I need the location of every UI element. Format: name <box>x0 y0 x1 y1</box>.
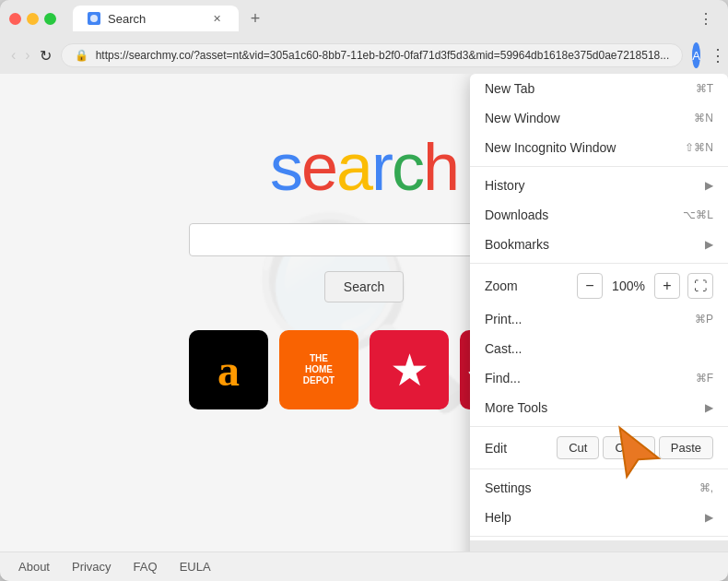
url-bar[interactable]: 🔒 https://searchmy.co/?asset=nt&vid=305a… <box>61 43 684 67</box>
profile-button[interactable]: A <box>692 42 700 68</box>
back-button[interactable]: ‹ <box>11 42 16 68</box>
managed-label: Managed by your organisation <box>512 551 713 552</box>
page-content: 🔍 search Search a THEHOMEDEPOT ★ <box>0 74 728 551</box>
browser-window: Search ✕ + ⋮ ‹ › ↻ 🔒 https://searchmy.co… <box>0 0 728 581</box>
address-bar: ‹ › ↻ 🔒 https://searchmy.co/?asset=nt&vi… <box>0 37 728 74</box>
tab-favicon <box>88 12 100 25</box>
browser-menu-button[interactable]: ⋮ <box>693 6 719 31</box>
traffic-lights <box>9 13 56 25</box>
menu-new-incognito[interactable]: New Incognito Window ⇧⌘N <box>470 133 728 162</box>
new-tab-button[interactable]: + <box>242 6 268 31</box>
zoom-controls: − 100% + ⛶ <box>577 273 713 299</box>
tab-close-button[interactable]: ✕ <box>209 11 224 26</box>
footer-eula[interactable]: EULA <box>180 560 211 574</box>
menu-history[interactable]: History ▶ <box>470 171 728 200</box>
menu-divider-2 <box>470 263 728 264</box>
url-text: https://searchmy.co/?asset=nt&vid=305a1c… <box>96 49 670 62</box>
menu-divider-1 <box>470 166 728 167</box>
title-bar: Search ✕ + ⋮ <box>0 0 728 37</box>
cut-button[interactable]: Cut <box>557 436 599 459</box>
footer-faq[interactable]: FAQ <box>134 560 158 574</box>
close-button[interactable] <box>9 13 21 25</box>
zoom-label: Zoom <box>485 279 577 293</box>
reload-button[interactable]: ↻ <box>40 42 52 68</box>
tab-bar: Search ✕ + <box>73 6 686 31</box>
maximize-button[interactable] <box>44 13 56 25</box>
zoom-expand-button[interactable]: ⛶ <box>687 273 713 299</box>
arrow-pointer <box>599 419 673 496</box>
lock-icon: 🔒 <box>75 49 88 62</box>
edit-label: Edit <box>485 441 557 456</box>
menu-print[interactable]: Print... ⌘P <box>470 304 728 334</box>
footer: About Privacy FAQ EULA <box>0 551 728 581</box>
tab-title: Search <box>108 12 146 26</box>
menu-bookmarks[interactable]: Bookmarks ▶ <box>470 230 728 259</box>
svg-marker-1 <box>604 419 659 477</box>
zoom-out-button[interactable]: − <box>577 273 603 299</box>
chrome-menu-button[interactable]: ⋮ <box>710 42 726 68</box>
minimize-button[interactable] <box>27 13 39 25</box>
menu-cast[interactable]: Cast... <box>470 334 728 363</box>
active-tab[interactable]: Search ✕ <box>73 6 239 31</box>
zoom-in-button[interactable]: + <box>654 273 680 299</box>
menu-managed[interactable]: 🏢 Managed by your organisation <box>470 540 728 551</box>
menu-zoom-row: Zoom − 100% + ⛶ <box>470 267 728 304</box>
svg-point-0 <box>90 15 98 22</box>
menu-new-window[interactable]: New Window ⌘N <box>470 103 728 133</box>
menu-help[interactable]: Help ▶ <box>470 503 728 532</box>
menu-find[interactable]: Find... ⌘F <box>470 363 728 393</box>
forward-button[interactable]: › <box>25 42 29 68</box>
menu-downloads[interactable]: Downloads ⌥⌘L <box>470 200 728 230</box>
footer-privacy[interactable]: Privacy <box>72 560 112 574</box>
zoom-value: 100% <box>610 279 647 293</box>
managed-icon: 🏢 <box>485 550 503 551</box>
footer-about[interactable]: About <box>18 560 50 574</box>
menu-divider-5 <box>470 536 728 537</box>
menu-new-tab[interactable]: New Tab ⌘T <box>470 74 728 103</box>
